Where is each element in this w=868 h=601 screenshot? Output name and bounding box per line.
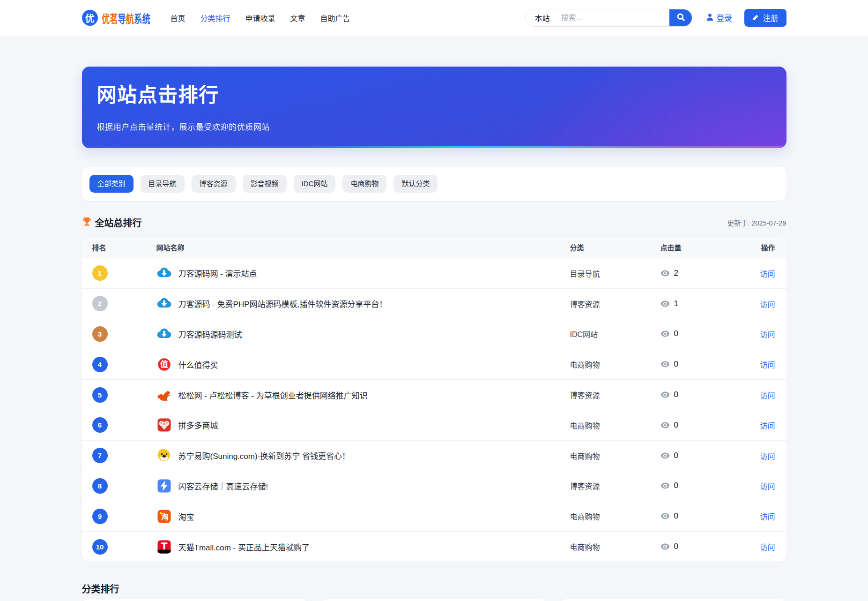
category-ranking-card <box>560 599 786 601</box>
zhi-badge-icon: 值 <box>156 357 172 372</box>
site-category: 电商购物 <box>570 511 660 522</box>
ranking-section-head: 全站总排行 更新于: 2025-07-29 <box>82 216 786 229</box>
eye-icon <box>660 300 670 307</box>
site-name[interactable]: 淘宝 <box>178 511 194 522</box>
filter-pill[interactable]: IDC网站 <box>294 175 336 193</box>
pencil-icon <box>752 14 759 23</box>
click-count: 0 <box>674 360 678 369</box>
category-ranking-grid <box>82 599 786 601</box>
site-name[interactable]: 苏宁易购(Suning.com)-换新到苏宁 省钱更省心！ <box>178 450 350 461</box>
visit-link[interactable]: 访问 <box>760 300 775 308</box>
filter-pill[interactable]: 电商购物 <box>342 175 386 193</box>
register-button[interactable]: 注册 <box>744 9 786 27</box>
visit-link[interactable]: 访问 <box>760 543 775 551</box>
site-name[interactable]: 松松网 - 卢松松博客 - 为草根创业者提供网络推广知识 <box>178 389 368 401</box>
eye-icon <box>660 452 670 459</box>
eye-icon <box>660 361 670 368</box>
ranking-section-title: 全站总排行 <box>95 216 142 229</box>
filter-pill[interactable]: 影音视频 <box>243 175 287 193</box>
site-logo[interactable]: 优 优茗导航系统 <box>82 10 155 26</box>
search-input[interactable] <box>550 14 669 22</box>
cloud-download-icon <box>156 326 172 342</box>
site-category: 电商购物 <box>570 359 660 370</box>
visit-link[interactable]: 访问 <box>760 422 775 430</box>
search-button[interactable] <box>669 9 692 27</box>
updated-date: 更新于: 2025-07-29 <box>727 218 786 227</box>
brand-char: 导 <box>118 13 126 25</box>
click-count: 0 <box>674 329 678 338</box>
cloud-download-icon <box>156 296 172 311</box>
category-ranking-title: 分类排行 <box>82 582 786 595</box>
site-name[interactable]: 什么值得买 <box>178 359 218 370</box>
category-filter-card: 全部类别目录导航博客资源影音视频IDC网站电商购物默认分类 <box>82 167 786 201</box>
site-name[interactable]: 天猫Tmall.com - 买正品上天猫就购了 <box>178 541 310 553</box>
visit-link[interactable]: 访问 <box>760 361 775 369</box>
nav-item[interactable]: 首页 <box>171 12 185 23</box>
rank-badge: 2 <box>92 296 108 311</box>
site-name[interactable]: 闪客云存储｜高速云存储! <box>178 480 268 492</box>
register-label: 注册 <box>763 12 779 23</box>
table-row: 1刀客源码网 - 演示站点目录导航2访问 <box>82 258 786 288</box>
eye-icon <box>660 391 670 398</box>
site-name[interactable]: 刀客源码网 - 演示站点 <box>178 267 257 279</box>
col-clicks: 点击量 <box>660 242 749 252</box>
rank-badge: 4 <box>92 357 108 372</box>
filter-pill[interactable]: 默认分类 <box>393 175 438 193</box>
nav-item[interactable]: 自助广告 <box>320 12 350 23</box>
eye-icon <box>660 543 670 550</box>
site-category: 博客资源 <box>570 389 660 400</box>
user-icon <box>706 13 714 23</box>
click-count: 0 <box>674 451 678 460</box>
rank-badge: 8 <box>92 478 108 494</box>
col-name: 网站名称 <box>156 242 570 252</box>
eye-icon <box>660 482 670 489</box>
svg-text:值: 值 <box>160 359 168 368</box>
nav-item[interactable]: 分类排行 <box>200 12 230 23</box>
table-row: 2刀客源码 - 免费PHP网站源码模板,插件软件资源分享平台！博客资源1访问 <box>82 288 786 319</box>
svg-text:淘: 淘 <box>161 512 169 521</box>
nav-item[interactable]: 文章 <box>290 12 305 23</box>
table-row: 5松松网 - 卢松松博客 - 为草根创业者提供网络推广知识博客资源0访问 <box>82 379 786 410</box>
ranking-table: 排名 网站名称 分类 点击量 操作 1刀客源码网 - 演示站点目录导航2访问2刀… <box>82 237 786 562</box>
filter-pill[interactable]: 博客资源 <box>192 175 236 193</box>
site-name[interactable]: 拼多多商城 <box>178 419 218 431</box>
brand-char: 统 <box>142 13 150 25</box>
brand-name: 优茗导航系统 <box>102 10 150 26</box>
table-row: 4值什么值得买电商购物0访问 <box>82 349 786 379</box>
eye-icon <box>660 331 670 337</box>
col-rank: 排名 <box>92 242 156 252</box>
cloud-download-icon <box>156 265 172 281</box>
page-subtitle: 根据用户点击量统计，展示最受欢迎的优质网站 <box>82 106 786 132</box>
visit-link[interactable]: 访问 <box>760 452 775 460</box>
login-link[interactable]: 登录 <box>706 12 732 23</box>
site-category: 目录导航 <box>570 268 660 279</box>
nav-item[interactable]: 申请收录 <box>245 12 275 23</box>
visit-link[interactable]: 访问 <box>760 513 775 521</box>
site-category: 电商购物 <box>570 541 660 552</box>
visit-link[interactable]: 访问 <box>760 391 775 399</box>
site-category: IDC网站 <box>570 328 660 339</box>
rank-badge: 3 <box>92 326 108 342</box>
login-label: 登录 <box>717 12 732 23</box>
search-bar: 本站 <box>525 9 692 27</box>
table-row: 6拼多多商城电商购物0访问 <box>82 410 786 440</box>
search-scope-select[interactable]: 本站 <box>526 12 550 23</box>
visit-link[interactable]: 访问 <box>760 270 775 278</box>
filter-pill[interactable]: 目录导航 <box>141 175 185 193</box>
taobao-icon: 淘 <box>156 509 172 524</box>
visit-link[interactable]: 访问 <box>760 331 775 338</box>
table-row: 10天猫Tmall.com - 买正品上天猫就购了电商购物0访问 <box>82 531 786 562</box>
visit-link[interactable]: 访问 <box>760 482 775 490</box>
site-category: 博客资源 <box>570 480 660 491</box>
rank-badge: 10 <box>92 539 108 555</box>
table-row: 9淘淘宝电商购物0访问 <box>82 501 786 531</box>
site-name[interactable]: 刀客源码 - 免费PHP网站源码模板,插件软件资源分享平台！ <box>178 298 387 309</box>
table-row: 7苏宁易购(Suning.com)-换新到苏宁 省钱更省心！电商购物0访问 <box>82 440 786 471</box>
brand-char: 航 <box>126 13 134 25</box>
brand-char: 茗 <box>110 13 118 25</box>
filter-pill[interactable]: 全部类别 <box>89 175 134 193</box>
site-name[interactable]: 刀客源码源码测试 <box>178 328 242 340</box>
hero-accent-strip <box>82 146 786 148</box>
page-title: 网站点击排行 <box>82 67 786 106</box>
click-count: 0 <box>674 511 678 521</box>
